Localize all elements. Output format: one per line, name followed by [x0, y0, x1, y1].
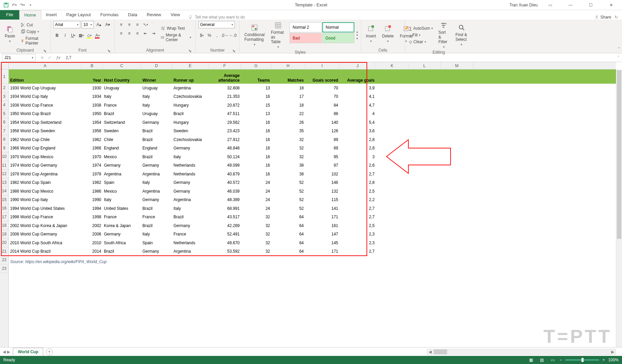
- data-cell[interactable]: [441, 152, 473, 161]
- h-scroll-right-icon[interactable]: ▶: [610, 349, 616, 354]
- data-cell[interactable]: [408, 135, 441, 144]
- row-header-1[interactable]: 1: [0, 69, 8, 84]
- data-cell[interactable]: Germany: [172, 144, 209, 153]
- vertical-scrollbar[interactable]: [616, 69, 622, 347]
- data-cell[interactable]: 52.491: [209, 230, 241, 239]
- data-cell[interactable]: [441, 221, 473, 230]
- data-cell[interactable]: 32: [241, 213, 271, 222]
- data-cell[interactable]: 126: [305, 127, 340, 136]
- save-icon[interactable]: [3, 2, 9, 8]
- enter-formula-icon[interactable]: ✓: [48, 55, 51, 60]
- data-cell[interactable]: [441, 196, 473, 204]
- data-cell[interactable]: 32: [241, 239, 271, 247]
- review-tab[interactable]: Review: [142, 10, 166, 20]
- data-cell[interactable]: 4: [340, 110, 376, 118]
- data-cell[interactable]: [441, 127, 473, 136]
- sheet-tab-worldcup[interactable]: World Cup: [13, 348, 43, 356]
- data-cell[interactable]: Spain: [103, 178, 141, 187]
- wrap-text-button[interactable]: Wrap Text: [159, 25, 193, 31]
- data-cell[interactable]: 84: [305, 101, 340, 110]
- data-cell[interactable]: [376, 101, 408, 110]
- data-cell[interactable]: 32: [241, 247, 271, 256]
- data-cell[interactable]: 1962 World Cup Chile: [9, 135, 82, 144]
- ribbon-display-icon[interactable]: ▭: [543, 0, 558, 10]
- data-cell[interactable]: 1986: [82, 187, 103, 196]
- data-cell[interactable]: Italy: [141, 92, 172, 101]
- data-cell[interactable]: Italy: [141, 101, 172, 110]
- data-cell[interactable]: 22: [271, 110, 305, 118]
- data-cell[interactable]: 89: [305, 135, 340, 144]
- decrease-font-icon[interactable]: A▾: [104, 21, 111, 28]
- data-cell[interactable]: Italy: [103, 196, 141, 204]
- redo-icon[interactable]: ↷▾: [20, 2, 25, 8]
- h-scroll-thumb[interactable]: [434, 349, 447, 354]
- data-cell[interactable]: 40.679: [209, 170, 241, 178]
- increase-indent-icon[interactable]: ⇥: [150, 30, 157, 37]
- insert-cells-button[interactable]: Insert▾: [364, 21, 378, 47]
- data-cell[interactable]: Uruguay: [141, 84, 172, 92]
- decrease-decimal-icon[interactable]: ←.0: [229, 32, 237, 39]
- data-cell[interactable]: Mexico: [103, 187, 141, 196]
- data-cell[interactable]: 1938 World Cup France: [9, 101, 82, 110]
- user-name[interactable]: Tran Xuan Dieu: [509, 3, 538, 7]
- data-cell[interactable]: 1934 World Cup Italy: [9, 92, 82, 101]
- data-cell[interactable]: Germany: [172, 221, 209, 230]
- data-cell[interactable]: 21.353: [209, 92, 241, 101]
- row-header-18[interactable]: 18: [0, 221, 8, 230]
- data-cell[interactable]: [408, 92, 441, 101]
- data-cell[interactable]: [441, 239, 473, 247]
- data-cell[interactable]: 1986 World Cup Mexico: [9, 187, 82, 196]
- data-cell[interactable]: 1990 World Cup Italy: [9, 196, 82, 204]
- data-cell[interactable]: 1930 World Cup Uruguay: [9, 84, 82, 92]
- data-cell[interactable]: 16: [241, 161, 271, 170]
- data-cell[interactable]: [408, 196, 441, 204]
- sheet-next-icon[interactable]: ▶: [7, 349, 10, 354]
- row-header-13[interactable]: 13: [0, 178, 8, 187]
- header-cell[interactable]: [441, 69, 473, 84]
- data-cell[interactable]: 161: [305, 221, 340, 230]
- data-cell[interactable]: [376, 161, 408, 170]
- data-cell[interactable]: 18: [271, 84, 305, 92]
- clipboard-launcher-icon[interactable]: ⬊: [43, 49, 47, 53]
- style-bad[interactable]: Bad: [290, 33, 322, 43]
- cell-styles-gallery[interactable]: Normal 2 Normal Bad Good: [290, 21, 354, 49]
- data-cell[interactable]: 1978: [82, 170, 103, 178]
- data-cell[interactable]: 1970 World Cup Mexico: [9, 152, 82, 161]
- data-cell[interactable]: 49.670: [209, 239, 241, 247]
- data-cell[interactable]: [441, 161, 473, 170]
- data-cell[interactable]: Chile: [103, 135, 141, 144]
- borders-button[interactable]: ▦▾: [78, 32, 85, 39]
- data-cell[interactable]: 141: [305, 204, 340, 213]
- data-cell[interactable]: 17: [271, 92, 305, 101]
- data-cell[interactable]: 1974: [82, 161, 103, 170]
- data-cell[interactable]: Argentina: [172, 247, 209, 256]
- data-cell[interactable]: Germany: [141, 196, 172, 204]
- data-cell[interactable]: 2014: [82, 247, 103, 256]
- data-cell[interactable]: 2,7: [340, 204, 376, 213]
- data-cell[interactable]: 16: [241, 152, 271, 161]
- data-cell[interactable]: [441, 118, 473, 127]
- row-header-3[interactable]: 3: [0, 92, 8, 101]
- data-cell[interactable]: Brazil: [141, 221, 172, 230]
- data-cell[interactable]: [376, 144, 408, 153]
- data-cell[interactable]: Germany: [141, 247, 172, 256]
- data-cell[interactable]: [376, 230, 408, 239]
- col-header-K[interactable]: K: [376, 62, 408, 69]
- data-cell[interactable]: 64: [271, 230, 305, 239]
- data-cell[interactable]: Germany: [103, 230, 141, 239]
- data-cell[interactable]: Brazil: [172, 213, 209, 222]
- data-cell[interactable]: 2,7: [340, 247, 376, 256]
- align-top-icon[interactable]: ≡: [117, 21, 125, 28]
- data-cell[interactable]: [441, 178, 473, 187]
- data-cell[interactable]: 1934: [82, 92, 103, 101]
- row-header-22[interactable]: 22: [0, 256, 8, 264]
- fill-button[interactable]: ↓Fill▾: [408, 32, 434, 38]
- data-cell[interactable]: Italy: [141, 178, 172, 187]
- font-launcher-icon[interactable]: ⬊: [107, 49, 111, 53]
- data-cell[interactable]: 2002 World Cup Korea & Japan: [9, 221, 82, 230]
- formula-input[interactable]: 2,7: [63, 55, 615, 60]
- data-cell[interactable]: 20.872: [209, 101, 241, 110]
- data-cell[interactable]: Czechoslovakia: [172, 135, 209, 144]
- data-cell[interactable]: England: [141, 144, 172, 153]
- data-cell[interactable]: Hungary: [172, 118, 209, 127]
